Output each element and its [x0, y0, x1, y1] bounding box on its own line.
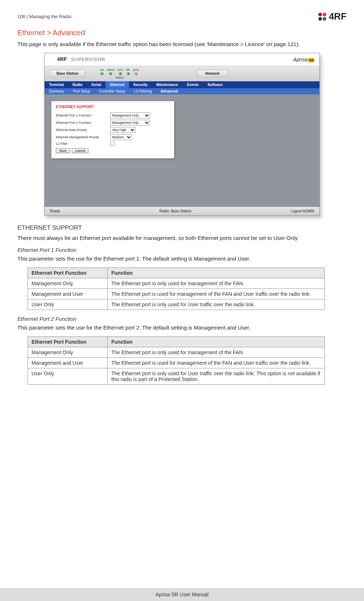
port2-table: Ethernet Port Function Function Manageme… [28, 336, 325, 385]
led-rf-icon [127, 72, 130, 75]
col-header: Ethernet Port Function [28, 268, 108, 278]
panel-buttons: Save Cancel [56, 148, 170, 153]
footer-ready: Ready [50, 209, 60, 213]
section-intro: This page is only available if the Ether… [17, 41, 347, 48]
port1-desc: This parameter sets the use for the Ethe… [17, 255, 347, 262]
data-prio-select[interactable]: Very High [110, 127, 136, 133]
tab-maintenance[interactable]: Maintenance [152, 81, 183, 88]
subtab-advanced[interactable]: Advanced [156, 88, 182, 94]
col-header: Ethernet Port Function [28, 337, 108, 347]
port1-select[interactable]: Management Only [110, 113, 150, 118]
port2-select[interactable]: Management Only [110, 120, 150, 126]
led-label-data: DATA [107, 68, 114, 71]
l2-filter-checkbox[interactable] [110, 142, 115, 146]
tab-serial[interactable]: Serial [87, 81, 106, 88]
table-row: User OnlyThe Ethernet port is only used … [28, 299, 325, 310]
table-row: Management and UserThe Ethernet port is … [28, 289, 325, 299]
chapter-title: Managing the Radio [29, 14, 71, 19]
table-row: Management OnlyThe Ethernet port is only… [28, 278, 325, 289]
tab-software[interactable]: Software [203, 81, 227, 88]
led-label-ok: OK [100, 68, 104, 71]
table-header-row: Ethernet Port Function Function [28, 268, 325, 278]
logo-dots-icon [318, 12, 327, 21]
logo-dots-icon [50, 57, 55, 63]
aprisa-text: Aprisa [293, 57, 308, 62]
tab-security[interactable]: Security [129, 81, 152, 88]
main-tabs: Terminal Radio Serial Ethernet Security … [45, 81, 319, 88]
tab-ethernet[interactable]: Ethernet [106, 81, 129, 88]
screenshot-figure: 4RF SUPERVISOR AprisaSR Base Station OK … [17, 53, 347, 215]
led-aux-icon [135, 72, 137, 75]
led-ok-icon [100, 72, 103, 75]
port2-desc: This parameter sets the use for the Ethe… [17, 324, 347, 331]
page-number: 106 [17, 14, 25, 19]
tab-radio[interactable]: Radio [68, 81, 87, 88]
supervisor-logo: 4RF SUPERVISOR [50, 56, 106, 62]
base-station-button[interactable]: Base Station [50, 70, 86, 77]
page-header: 106 | Managing the Radio 4RF [17, 11, 347, 22]
footer-radio: Radio: Base Station [160, 209, 191, 213]
network-button[interactable]: Network [197, 70, 228, 77]
status-label: Status [115, 76, 124, 79]
led-status-block: OK DATA CPU RF AUX Status [100, 68, 139, 79]
port2-label: Ethernet Port 2 Function [56, 121, 110, 124]
port2-title: Ethernet Port 2 Function [17, 316, 347, 322]
table-header-row: Ethernet Port Function Function [28, 337, 325, 347]
supervisor-header: 4RF SUPERVISOR AprisaSR [45, 53, 319, 66]
sub-tabs: Summary Port Setup Controller Setup L2 F… [45, 88, 319, 94]
logo-text: 4RF [329, 11, 347, 22]
save-button[interactable]: Save [56, 148, 70, 153]
led-label-aux: AUX [133, 68, 139, 71]
table-row: User OnlyThe Ethernet port is only used … [28, 368, 325, 385]
page-footer: Aprisa SR User Manual [0, 588, 364, 601]
col-header: Function [108, 268, 325, 278]
ethernet-support-intro: There must always be an Ethernet port av… [17, 234, 347, 242]
subtab-port-setup[interactable]: Port Setup [69, 88, 95, 94]
subtab-l2-filtering[interactable]: L2 Filtering [129, 88, 156, 94]
subtab-summary[interactable]: Summary [45, 88, 69, 94]
port1-title: Ethernet Port 1 Function [17, 247, 347, 253]
led-data-icon [109, 72, 112, 75]
supervisor-window: 4RF SUPERVISOR AprisaSR Base Station OK … [44, 53, 320, 215]
port1-label: Ethernet Port 1 Function [56, 114, 110, 117]
aprisa-logo: AprisaSR [293, 57, 314, 62]
mgmt-prio-select[interactable]: Medium [110, 134, 132, 140]
table-row: Management OnlyThe Ethernet port is only… [28, 347, 325, 358]
supervisor-footer: Ready Radio: Base Station Logout ADMIN [45, 207, 319, 215]
tab-terminal[interactable]: Terminal [45, 81, 68, 88]
page-number-chapter: 106 | Managing the Radio [17, 14, 71, 19]
led-label-cpu: CPU [117, 68, 123, 71]
led-cpu-icon [119, 72, 122, 75]
footer-logout[interactable]: Logout ADMIN [291, 209, 314, 213]
table-row: Management and UserThe Ethernet port is … [28, 358, 325, 368]
supervisor-body: ETHERNET SUPPORT Ethernet Port 1 Functio… [45, 94, 319, 207]
panel-title: ETHERNET SUPPORT [56, 105, 170, 109]
mgmt-prio-label: Ethernet Management Priority [56, 135, 110, 139]
brand-logo: 4RF [318, 11, 347, 22]
port1-table: Ethernet Port Function Function Manageme… [28, 267, 325, 310]
led-label-rf: RF [126, 68, 130, 71]
ethernet-support-heading: ETHERNET SUPPORT [17, 224, 347, 232]
supervisor-label: SUPERVISOR [71, 57, 106, 62]
section-title: Ethernet > Advanced [17, 29, 347, 37]
cancel-button[interactable]: Cancel [72, 148, 88, 153]
status-bar: Base Station OK DATA CPU RF AUX Status N… [45, 66, 319, 81]
tab-events[interactable]: Events [183, 81, 203, 88]
col-header: Function [108, 337, 325, 347]
l2-filter-label: L2 Filter [56, 142, 110, 146]
supervisor-brand: 4RF [57, 56, 67, 62]
header-separator: | [25, 14, 29, 19]
subtab-controller-setup[interactable]: Controller Setup [95, 88, 129, 94]
ethernet-support-panel: ETHERNET SUPPORT Ethernet Port 1 Functio… [51, 101, 174, 159]
aprisa-sr-badge: SR [308, 58, 314, 62]
data-prio-label: Ethernet Data Priority [56, 128, 110, 132]
manual-title: Aprisa SR User Manual [156, 592, 208, 597]
